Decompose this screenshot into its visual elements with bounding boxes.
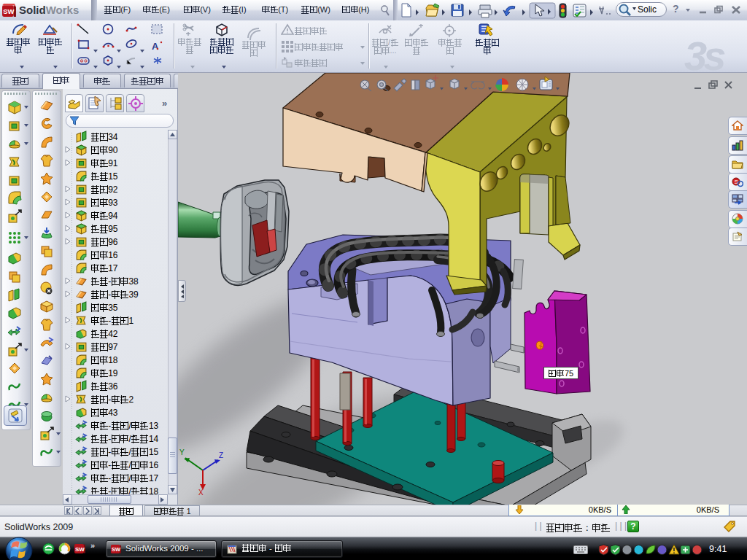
svg-text:A: A [152,41,159,52]
svg-text:SW: SW [75,546,85,553]
svg-text:X: X [198,489,204,497]
svg-text:SW: SW [112,546,121,553]
svg-text:SW: SW [3,7,14,15]
svg-text:Y: Y [179,448,185,456]
svg-text:Z: Z [219,451,223,459]
